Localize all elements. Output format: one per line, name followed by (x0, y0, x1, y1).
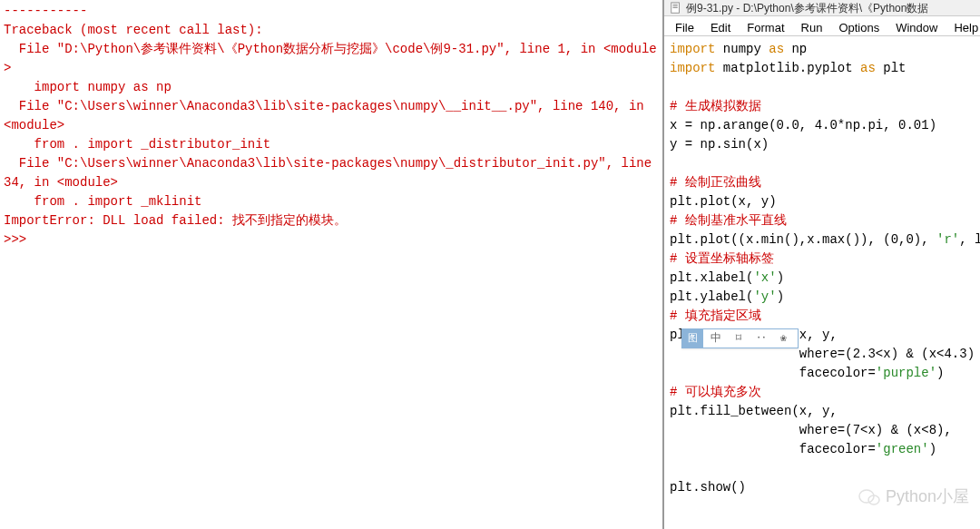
svg-rect-2 (673, 5, 678, 6)
code-line: plt.plot(x, y) (670, 192, 975, 211)
tb-line-4: from . import _distributor_init (4, 135, 659, 154)
prompt-line[interactable]: >>> (4, 230, 659, 250)
tb-line-1: File "D:\Python\参考课件资料\《Python数据分析与挖掘》\c… (4, 40, 659, 78)
traceback-header: Traceback (most recent call last): (4, 21, 659, 40)
ime-mode-icon[interactable]: 图 (682, 329, 703, 348)
ime-buttons[interactable]: 中 ⌑ ‥ ❀ (703, 328, 798, 348)
svg-rect-3 (673, 7, 678, 8)
menu-options[interactable]: Options (831, 18, 887, 34)
menu-file[interactable]: File (668, 18, 701, 34)
kw-import: import (670, 42, 715, 56)
watermark-text: Python小屋 (886, 485, 969, 509)
code-line: plt.fill_between(x, y, (670, 402, 975, 421)
window-title-bar: 例9-31.py - D:\Python\参考课件资料\《Python数据 (664, 0, 980, 16)
svg-rect-1 (673, 4, 678, 5)
comment-6: # 可以填充多次 (670, 383, 975, 402)
tb-line-5: File "C:\Users\winner\Anaconda3\lib\site… (4, 154, 659, 192)
comment-5: # 填充指定区域 (670, 307, 975, 326)
tb-line-6: from . import _mklinit (4, 192, 659, 211)
tb-line-3: File "C:\Users\winner\Anaconda3\lib\site… (4, 97, 659, 135)
kw-as: as (769, 42, 784, 56)
comment-3: # 绘制基准水平直线 (670, 211, 975, 230)
comment-4: # 设置坐标轴标签 (670, 250, 975, 269)
tb-line-2: import numpy as np (4, 78, 659, 97)
file-icon (670, 2, 682, 15)
code-line: x = np.arange(0.0, 4.0*np.pi, 0.01) (670, 116, 975, 135)
ime-floating-toolbar[interactable]: 图 中 ⌑ ‥ ❀ (681, 328, 799, 348)
code-line: where=(7<x) & (x<8), (670, 421, 975, 440)
menu-run[interactable]: Run (794, 18, 830, 34)
comment-2: # 绘制正弦曲线 (670, 173, 975, 192)
menu-format[interactable]: Format (740, 18, 791, 34)
comment-1: # 生成模拟数据 (670, 97, 975, 116)
menu-help[interactable]: Help (946, 18, 980, 34)
watermark: Python小屋 (858, 485, 969, 509)
menu-edit[interactable]: Edit (703, 18, 738, 34)
editor-pane: 例9-31.py - D:\Python\参考课件资料\《Python数据 Fi… (662, 0, 980, 529)
console-traceback-pane: ----------- Traceback (most recent call … (0, 0, 662, 529)
wechat-icon (858, 488, 880, 506)
code-line: y = np.sin(x) (670, 135, 975, 154)
menu-bar: File Edit Format Run Options Window Help (664, 16, 980, 36)
code-editor[interactable]: import numpy as np import matplotlib.pyp… (664, 36, 980, 501)
menu-window[interactable]: Window (888, 18, 945, 34)
window-title-text: 例9-31.py - D:\Python\参考课件资料\《Python数据 (686, 0, 928, 16)
import-error-line: ImportError: DLL load failed: 找不到指定的模块。 (4, 211, 659, 230)
dash-line: ----------- (4, 2, 659, 21)
